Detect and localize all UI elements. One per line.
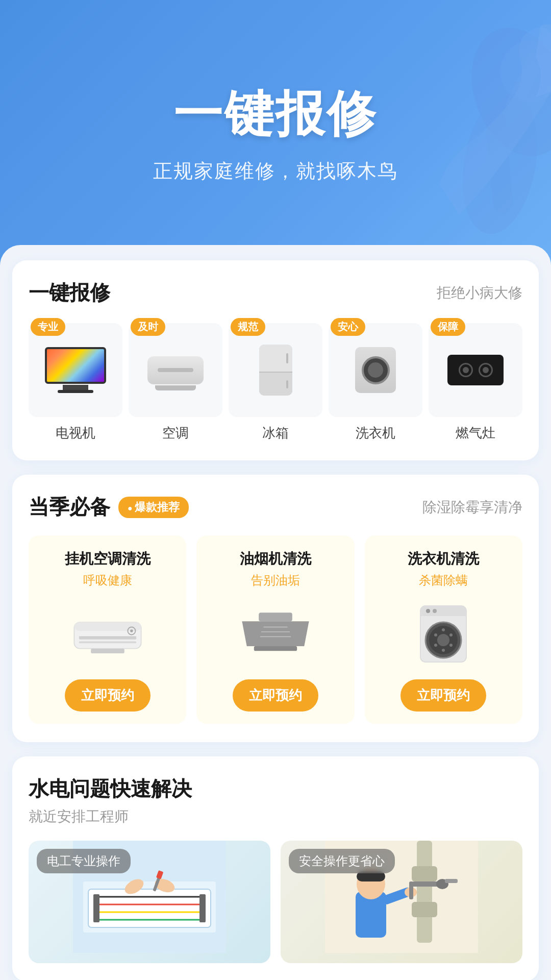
repair-title: 一键报修 <box>29 279 110 307</box>
repair-card: 一键报修 拒绝小病大修 专业 电视机 及时 <box>12 260 539 460</box>
washer-img-wrap: 安心 <box>329 323 422 417</box>
appliance-grid: 专业 电视机 及时 空调 <box>29 323 522 442</box>
svg-rect-21 <box>420 614 466 616</box>
ac-clean-img <box>67 601 148 667</box>
svg-rect-35 <box>88 889 211 927</box>
ac-clean-sub: 呼吸健康 <box>83 572 132 589</box>
washer-label: 洗衣机 <box>356 424 395 442</box>
hood-clean-sub: 告别油垢 <box>251 572 300 589</box>
ac-img-wrap: 及时 <box>129 323 222 417</box>
repair-header: 一键报修 拒绝小病大修 <box>29 279 522 307</box>
appliance-item-stove[interactable]: 保障 燃气灶 <box>429 323 522 442</box>
plumb-card-label: 安全操作更省心 <box>289 849 395 873</box>
svg-rect-13 <box>259 612 292 621</box>
svg-rect-41 <box>199 894 206 922</box>
tv-img-wrap: 专业 <box>29 323 122 417</box>
svg-point-12 <box>130 629 133 632</box>
fridge-label: 冰箱 <box>262 424 289 442</box>
appliance-item-tv[interactable]: 专业 电视机 <box>29 323 122 442</box>
tv-label: 电视机 <box>56 424 95 442</box>
svg-rect-59 <box>409 881 413 899</box>
svg-point-30 <box>434 633 437 636</box>
plumbing-grid: 电工专业操作 <box>29 841 522 963</box>
hero-section: 一键报修 正规家庭维修，就找啄木鸟 <box>0 0 551 265</box>
svg-point-27 <box>449 644 453 647</box>
fridge-tag: 规范 <box>231 318 265 336</box>
washer-clean-title: 洗衣机清洗 <box>408 550 479 568</box>
plumbing-section: 水电问题快速解决 就近安排工程师 <box>12 756 539 980</box>
svg-point-29 <box>434 644 437 647</box>
svg-point-25 <box>442 628 445 631</box>
repair-link[interactable]: 拒绝小病大修 <box>437 283 522 303</box>
hero-title: 一键报修 <box>173 82 378 148</box>
svg-point-24 <box>437 634 449 646</box>
svg-rect-9 <box>91 649 124 653</box>
plumbing-card-plumb[interactable]: 安全操作更省心 <box>281 841 522 963</box>
ac-icon <box>147 356 204 384</box>
hero-bg-icon <box>357 10 551 255</box>
svg-rect-50 <box>412 902 437 917</box>
tv-tag: 专业 <box>31 318 65 336</box>
svg-point-31 <box>426 609 430 613</box>
svg-rect-40 <box>93 894 99 922</box>
svg-rect-8 <box>79 641 136 643</box>
washer-clean-img <box>403 601 484 667</box>
svg-point-26 <box>449 633 453 636</box>
service-cards: 挂机空调清洗 呼吸健康 <box>29 535 522 724</box>
hot-badge: 爆款推荐 <box>118 497 189 518</box>
tv-icon <box>45 347 106 393</box>
seasonal-header: 当季必备 爆款推荐 除湿除霉享清净 <box>29 493 522 521</box>
service-card-hood-clean[interactable]: 油烟机清洗 告别油垢 立即预约 <box>196 535 354 724</box>
hero-subtitle: 正规家庭维修，就找啄木鸟 <box>153 158 398 184</box>
seasonal-link[interactable]: 除湿除霉享清净 <box>422 498 522 517</box>
fridge-img-wrap: 规范 <box>229 323 322 417</box>
svg-point-28 <box>442 649 445 652</box>
ac-clean-book-btn[interactable]: 立即预约 <box>65 679 151 712</box>
plumbing-card-elec[interactable]: 电工专业操作 <box>29 841 270 963</box>
service-card-washer-clean[interactable]: 洗衣机清洗 杀菌除螨 <box>365 535 522 724</box>
washer-icon <box>355 347 396 393</box>
appliance-item-fridge[interactable]: 规范 冰箱 <box>229 323 322 442</box>
seasonal-title: 当季必备 <box>29 493 110 521</box>
washer-clean-book-btn[interactable]: 立即预约 <box>400 679 486 712</box>
svg-rect-7 <box>79 636 136 640</box>
seasonal-section: 当季必备 爆款推荐 除湿除霉享清净 挂机空调清洗 呼吸健康 <box>12 475 539 742</box>
hood-clean-title: 油烟机清洗 <box>240 550 311 568</box>
svg-point-32 <box>433 609 437 613</box>
svg-rect-15 <box>254 646 297 651</box>
washer-clean-sub: 杀菌除螨 <box>419 572 468 589</box>
stove-label: 燃气灶 <box>456 424 495 442</box>
svg-rect-48 <box>417 841 432 943</box>
stove-tag: 保障 <box>431 318 465 336</box>
washer-tag: 安心 <box>331 318 365 336</box>
svg-rect-53 <box>445 879 458 883</box>
appliance-item-ac[interactable]: 及时 空调 <box>129 323 222 442</box>
stove-icon <box>447 355 504 385</box>
appliance-item-washer[interactable]: 安心 洗衣机 <box>329 323 422 442</box>
svg-marker-14 <box>242 621 309 646</box>
svg-rect-49 <box>412 866 437 881</box>
ac-tag: 及时 <box>131 318 165 336</box>
main-content: 一键报修 拒绝小病大修 专业 电视机 及时 <box>0 245 551 980</box>
seasonal-title-group: 当季必备 爆款推荐 <box>29 493 189 521</box>
elec-card-label: 电工专业操作 <box>37 849 131 873</box>
plumbing-subtitle: 就近安排工程师 <box>29 807 522 826</box>
ac-clean-title: 挂机空调清洗 <box>65 550 151 568</box>
hood-clean-book-btn[interactable]: 立即预约 <box>233 679 318 712</box>
fridge-icon <box>259 345 292 396</box>
stove-img-wrap: 保障 <box>429 323 522 417</box>
service-card-ac-clean[interactable]: 挂机空调清洗 呼吸健康 <box>29 535 186 724</box>
plumbing-title: 水电问题快速解决 <box>29 775 522 803</box>
hood-clean-img <box>235 601 316 667</box>
ac-label: 空调 <box>162 424 189 442</box>
